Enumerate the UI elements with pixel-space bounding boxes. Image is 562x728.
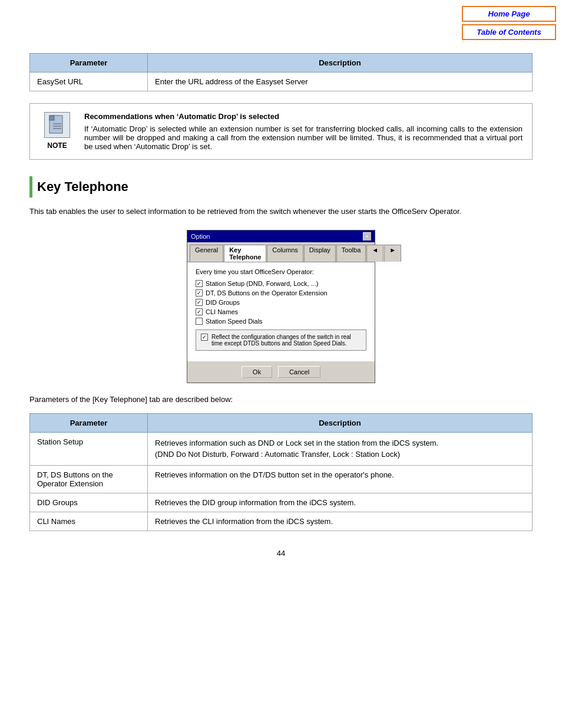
section-title: Key Telephone <box>37 179 128 195</box>
top-navigation: Home Page Table of Contents <box>462 6 556 40</box>
home-page-button[interactable]: Home Page <box>462 6 556 22</box>
params-desc-text: Parameters of the [Key Telephone] tab ar… <box>29 395 533 404</box>
table-row: Station Setup Retrieves information such… <box>30 432 533 465</box>
checkbox-icon: ✓ <box>201 334 208 341</box>
toc-button[interactable]: Table of Contents <box>462 24 556 40</box>
dt-ds-param: DT, DS Buttons on theOperator Extension <box>30 465 148 493</box>
station-setup-desc: Retrieves information such as DND or Loc… <box>148 432 533 465</box>
page-number: 44 <box>277 549 285 558</box>
tab-key-telephone[interactable]: Key Telephone <box>224 245 266 262</box>
checkbox-icon: ✓ <box>196 308 203 315</box>
checkbox-dt-ds-label: DT, DS Buttons on the Operator Extension <box>206 289 328 297</box>
checkbox-cli-names-label: CLI Names <box>206 308 238 315</box>
note-icon-area: NOTE <box>39 112 75 150</box>
tab-prev[interactable]: ◄ <box>366 245 384 262</box>
dt-ds-desc: Retrieves information on the DT/DS butto… <box>148 465 533 493</box>
option-dialog: Option × General Key Telephone Columns D… <box>187 230 375 383</box>
bottom-table-col1-header: Parameter <box>30 413 148 432</box>
note-label: NOTE <box>47 141 67 150</box>
note-title: Recommendations when ‘Automatic Drop’ is… <box>84 112 523 121</box>
bottom-parameter-table: Parameter Description Station Setup Retr… <box>29 413 533 531</box>
checkbox-icon: ✓ <box>196 289 203 297</box>
table-row: DT, DS Buttons on theOperator Extension … <box>30 465 533 493</box>
checkbox-station-setup[interactable]: ✓ Station Setup (DND, Forward, Lock, ...… <box>196 280 366 287</box>
cli-names-param: CLI Names <box>30 512 148 531</box>
section-heading: Key Telephone <box>29 176 533 197</box>
table-row: CLI Names Retrieves the CLI information … <box>30 512 533 531</box>
checkbox-did-groups[interactable]: ✓ DID Groups <box>196 299 366 306</box>
tab-display[interactable]: Display <box>304 245 336 262</box>
top-table-col2-header: Description <box>148 54 533 73</box>
dialog-title: Option <box>191 233 210 240</box>
station-setup-param: Station Setup <box>30 432 148 465</box>
main-content: Parameter Description EasySet URL Enter … <box>29 53 533 558</box>
checkbox-station-setup-label: Station Setup (DND, Forward, Lock, ...) <box>206 280 318 287</box>
table-row: DID Groups Retrieves the DID group infor… <box>30 493 533 512</box>
dialog-body: Every time you start OfficeServ Operator… <box>187 262 375 361</box>
page-footer: 44 <box>29 549 533 558</box>
note-body: If ‘Automatic Drop’ is selected while an… <box>84 124 523 151</box>
easyset-url-desc: Enter the URL address of the Easyset Ser… <box>148 73 533 91</box>
heading-bar <box>29 176 32 197</box>
tab-toolbar[interactable]: Toolba <box>336 245 366 262</box>
top-parameter-table: Parameter Description EasySet URL Enter … <box>29 53 533 91</box>
dialog-reflect-note: ✓ Reflect the configuration changes of t… <box>196 330 366 351</box>
section-intro: This tab enables the user to select info… <box>29 206 533 218</box>
tab-next[interactable]: ► <box>384 245 401 262</box>
tab-general[interactable]: General <box>190 245 223 262</box>
dialog-buttons: Ok Cancel <box>187 361 375 383</box>
note-icon <box>44 112 70 138</box>
table-row: EasySet URL Enter the URL address of the… <box>30 73 533 91</box>
easyset-url-param: EasySet URL <box>30 73 148 91</box>
cli-names-desc: Retrieves the CLI information from the i… <box>148 512 533 531</box>
checkbox-cli-names[interactable]: ✓ CLI Names <box>196 308 366 315</box>
checkbox-dt-ds-buttons[interactable]: ✓ DT, DS Buttons on the Operator Extensi… <box>196 289 366 297</box>
note-box: NOTE Recommendations when ‘Automatic Dro… <box>29 103 533 160</box>
svg-rect-1 <box>49 116 54 120</box>
dialog-tabs: General Key Telephone Columns Display To… <box>187 242 375 262</box>
dialog-body-label: Every time you start OfficeServ Operator… <box>196 268 366 275</box>
checkbox-station-speed-dials[interactable]: Station Speed Dials <box>196 318 366 325</box>
dialog-cancel-button[interactable]: Cancel <box>278 366 320 378</box>
reflect-checkbox[interactable]: ✓ <box>201 334 208 341</box>
did-groups-param: DID Groups <box>30 493 148 512</box>
checkbox-icon: ✓ <box>196 280 203 287</box>
dialog-titlebar: Option × <box>187 230 375 242</box>
reflect-label: Reflect the configuration changes of the… <box>211 334 361 347</box>
did-groups-desc: Retrieves the DID group information from… <box>148 493 533 512</box>
bottom-table-col2-header: Description <box>148 413 533 432</box>
tab-columns[interactable]: Columns <box>267 245 303 262</box>
checkbox-speed-dials-label: Station Speed Dials <box>206 318 263 325</box>
checkbox-icon <box>196 318 203 325</box>
top-table-col1-header: Parameter <box>30 54 148 73</box>
checkbox-icon: ✓ <box>196 299 203 306</box>
dialog-ok-button[interactable]: Ok <box>242 366 272 378</box>
checkbox-did-groups-label: DID Groups <box>206 299 240 306</box>
dialog-close-button[interactable]: × <box>363 232 371 241</box>
note-content: Recommendations when ‘Automatic Drop’ is… <box>84 112 523 151</box>
